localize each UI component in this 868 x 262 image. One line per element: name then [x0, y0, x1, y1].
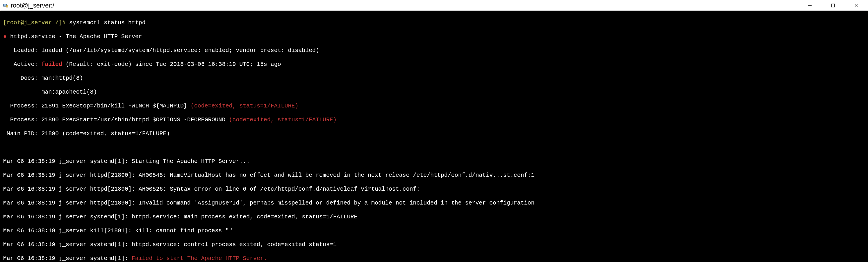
putty-icon — [3, 3, 8, 8]
window-controls — [798, 0, 868, 10]
titlebar[interactable]: root@j_server:/ — [0, 0, 868, 11]
minimize-icon — [808, 3, 812, 7]
process-line-1: Process: 21891 ExecStop=/bin/kill -WINCH… — [3, 103, 865, 110]
active-label: Active: — [3, 61, 41, 68]
active-status: failed — [41, 61, 62, 68]
unit-name: httpd.service - The Apache HTTP Server — [10, 33, 142, 40]
svg-rect-2 — [6, 5, 8, 7]
process2-status: (code=exited, status=1/FAILURE) — [229, 116, 337, 123]
mainpid-line: Main PID: 21890 (code=exited, status=1/F… — [3, 130, 865, 137]
log-line: Mar 06 16:38:19 j_server systemd[1]: htt… — [3, 241, 865, 248]
log-line: Mar 06 16:38:19 j_server httpd[21890]: A… — [3, 186, 865, 193]
active-line: Active: failed (Result: exit-code) since… — [3, 61, 865, 68]
minimize-button[interactable] — [798, 0, 822, 10]
log-line: Mar 06 16:38:19 j_server httpd[21890]: A… — [3, 172, 865, 179]
log-line-failed: Mar 06 16:38:19 j_server systemd[1]: Fai… — [3, 255, 865, 262]
svg-rect-5 — [832, 4, 835, 7]
prompt-line: [root@j_server /]# systemctl status http… — [3, 20, 865, 26]
terminal-body[interactable]: [root@j_server /]# systemctl status http… — [0, 11, 868, 262]
process1-prefix: Process: 21891 ExecStop=/bin/kill -WINCH… — [3, 103, 191, 109]
log-prefix: Mar 06 16:38:19 j_server systemd[1]: — [3, 255, 132, 262]
log-line: Mar 06 16:38:19 j_server systemd[1]: htt… — [3, 214, 865, 220]
blank-line — [3, 144, 865, 151]
unit-line: ● httpd.service - The Apache HTTP Server — [3, 33, 865, 40]
loaded-line: Loaded: loaded (/usr/lib/systemd/system/… — [3, 47, 865, 54]
docs-line-1: Docs: man:httpd(8) — [3, 75, 865, 82]
maximize-button[interactable] — [822, 0, 844, 10]
terminal-window: root@j_server:/ [root@j_server /]# syste… — [0, 0, 868, 262]
active-rest: (Result: exit-code) since Tue 2018-03-06… — [62, 61, 281, 68]
loaded-value: loaded (/usr/lib/systemd/system/httpd.se… — [41, 47, 319, 54]
close-icon — [854, 3, 858, 7]
close-button[interactable] — [844, 0, 868, 10]
loaded-label: Loaded: — [3, 47, 41, 54]
maximize-icon — [831, 3, 835, 7]
process-line-2: Process: 21890 ExecStart=/usr/sbin/httpd… — [3, 116, 865, 123]
process2-prefix: Process: 21890 ExecStart=/usr/sbin/httpd… — [3, 116, 229, 123]
log-line: Mar 06 16:38:19 j_server kill[21891]: ki… — [3, 227, 865, 234]
svg-rect-1 — [4, 4, 6, 6]
window-title: root@j_server:/ — [11, 2, 798, 9]
docs-line-2: man:apachectl(8) — [3, 89, 865, 96]
log-failed-text: Failed to start The Apache HTTP Server. — [132, 255, 267, 262]
log-line: Mar 06 16:38:19 j_server systemd[1]: Sta… — [3, 158, 865, 165]
status-dot-icon: ● — [3, 33, 10, 40]
command-text: systemctl status httpd — [69, 20, 146, 26]
log-line: Mar 06 16:38:19 j_server httpd[21890]: I… — [3, 199, 865, 207]
prompt-user-host: root@j_server — [7, 20, 52, 26]
prompt-bracket-close: ]# — [59, 20, 69, 26]
prompt-path: / — [52, 20, 59, 26]
process1-status: (code=exited, status=1/FAILURE) — [191, 103, 298, 109]
prompt-bracket: [ — [3, 20, 7, 26]
